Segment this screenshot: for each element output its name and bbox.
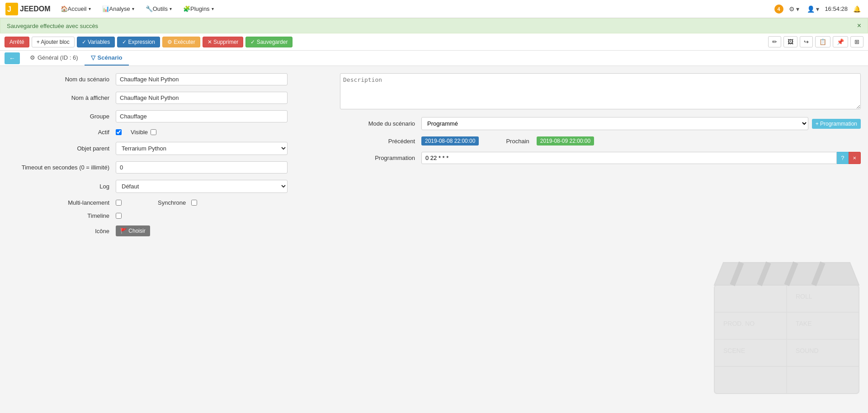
multilancement-label: Multi-lancement <box>7 199 116 206</box>
programmation-link-button[interactable]: + Programmation <box>812 119 861 129</box>
icone-label: Icône <box>7 228 116 235</box>
right-panel: Mode du scénario Programmé + Programmati… <box>340 73 861 243</box>
visible-checkbox-group: Visible <box>131 129 156 136</box>
analyse-icon: 📊 <box>102 5 109 12</box>
nav-outils-label: Outils <box>153 5 168 12</box>
home-icon: 🏠 <box>61 5 68 12</box>
image-icon-button[interactable]: 🖼 <box>783 36 797 47</box>
form-group-actif-visible: Actif Visible <box>7 129 333 136</box>
brand-logo[interactable]: J JEEDOM <box>5 3 51 15</box>
timeline-checkbox[interactable] <box>116 213 122 219</box>
form-group-timeline: Timeline <box>7 212 333 219</box>
nom-afficher-input[interactable] <box>116 92 288 104</box>
visible-checkbox[interactable] <box>151 129 156 135</box>
close-banner-button[interactable]: × <box>857 22 861 29</box>
nav-accueil-label: Accueil <box>68 5 87 12</box>
precedent-label: Précédent <box>340 138 421 145</box>
prev-next-values: 2019-08-08 22:00:00 Prochain 2019-08-09 … <box>421 136 861 145</box>
notification-badge[interactable]: 4 <box>774 5 783 14</box>
actif-visible-group: Visible <box>116 129 156 136</box>
tabs-row: ← ⚙ Général (ID : 6) ▽ Scénario <box>0 51 868 66</box>
navbar: J JEEDOM 🏠 Accueil ▾ 📊 Analyse ▾ 🔧 Outil… <box>0 0 868 18</box>
log-select[interactable]: Défaut <box>116 180 288 193</box>
nom-afficher-label: Nom à afficher <box>7 94 116 101</box>
edit-icon-button[interactable]: ✏ <box>768 36 781 47</box>
plugins-icon: 🧩 <box>183 5 190 12</box>
chevron-down-icon-4: ▾ <box>212 6 214 11</box>
description-textarea[interactable] <box>340 73 861 109</box>
tab-general[interactable]: ⚙ Général (ID : 6) <box>24 51 85 66</box>
visible-label: Visible <box>131 129 148 136</box>
outils-icon: 🔧 <box>146 5 153 12</box>
log-label: Log <box>7 183 116 190</box>
synchrone-checkbox[interactable] <box>191 200 197 206</box>
arrete-button[interactable]: Arrêté <box>5 37 29 47</box>
timeline-label: Timeline <box>7 212 116 219</box>
nom-scenario-input[interactable] <box>116 73 288 85</box>
nav-analyse-label: Analyse <box>109 5 130 12</box>
precedent-section: 2019-08-08 22:00:00 <box>421 136 479 145</box>
form-group-mode: Mode du scénario Programmé + Programmati… <box>340 117 861 130</box>
form-group-log: Log Défaut <box>7 180 333 193</box>
chevron-down-icon: ▾ <box>89 6 91 11</box>
success-banner: Sauvegarde effectuée avec succès × <box>0 18 868 33</box>
multilancement-checkbox-item <box>116 200 122 206</box>
nav-items: 🏠 Accueil ▾ 📊 Analyse ▾ 🔧 Outils ▾ 🧩 Plu… <box>55 0 220 18</box>
nav-item-accueil[interactable]: 🏠 Accueil ▾ <box>55 0 97 18</box>
mode-select[interactable]: Programmé <box>421 117 808 130</box>
form-group-nom-scenario: Nom du scénario <box>7 73 333 85</box>
settings-icon[interactable]: ⚙ ▾ <box>787 5 802 14</box>
programmation-clear-button[interactable]: × <box>849 152 861 164</box>
tab-scenario-label: Scénario <box>98 54 123 61</box>
programmation-help-button[interactable]: ? <box>837 152 849 164</box>
user-icon[interactable]: 👤 ▾ <box>805 5 821 14</box>
prev-next-row: Précédent 2019-08-08 22:00:00 Prochain 2… <box>340 136 861 145</box>
mode-value-group: Programmé + Programmation <box>421 117 861 130</box>
synchrone-item: Synchrone <box>158 199 197 206</box>
left-panel: Nom du scénario Nom à afficher Groupe Ac… <box>7 73 333 243</box>
tab-general-label: Général (ID : 6) <box>38 54 78 61</box>
nav-item-analyse[interactable]: 📊 Analyse ▾ <box>97 0 140 18</box>
alert-icon[interactable]: 🔔 <box>851 5 863 14</box>
programmation-input-row: ? × <box>421 152 861 164</box>
prochain-date-badge: 2019-08-09 22:00:00 <box>537 136 594 145</box>
back-button[interactable]: ← <box>5 52 20 64</box>
brand-name: JEEDOM <box>20 5 51 13</box>
tab-scenario[interactable]: ▽ Scénario <box>85 51 129 66</box>
chevron-down-icon-3: ▾ <box>170 6 172 11</box>
programmation-input[interactable] <box>421 152 837 164</box>
add-block-button[interactable]: + Ajouter bloc <box>32 37 75 47</box>
form-group-programmation: Programmation ? × <box>340 152 861 164</box>
objet-parent-select[interactable]: Terrarium Python <box>116 142 288 155</box>
nav-plugins-label: Plugins <box>190 5 210 12</box>
share-icon-button[interactable]: ↪ <box>800 36 813 47</box>
success-message: Sauvegarde effectuée avec succès <box>7 23 98 29</box>
form-group-nom-afficher: Nom à afficher <box>7 92 333 104</box>
nav-item-outils[interactable]: 🔧 Outils ▾ <box>140 0 178 18</box>
expression-button[interactable]: ✓ Expression <box>117 37 160 47</box>
filter-icon: ▽ <box>91 54 95 61</box>
icone-choisir-button[interactable]: 🚩 Choisir <box>116 225 150 236</box>
objet-parent-label: Objet parent <box>7 145 116 152</box>
copy-icon-button[interactable]: 📋 <box>815 36 830 47</box>
mode-label: Mode du scénario <box>340 120 421 127</box>
multilancement-synchrone-group: Synchrone <box>116 199 197 206</box>
nom-scenario-label: Nom du scénario <box>7 76 116 83</box>
groupe-label: Groupe <box>7 113 116 120</box>
synchrone-label: Synchrone <box>158 199 186 206</box>
misc-icon-button[interactable]: ⊞ <box>850 36 863 47</box>
variables-button[interactable]: ✓ Variables <box>77 37 115 47</box>
actif-checkbox[interactable] <box>116 129 122 135</box>
paste-icon-button[interactable]: 📌 <box>833 36 848 47</box>
multilancement-checkbox[interactable] <box>116 200 122 206</box>
sauvegarder-button[interactable]: ✓ Sauvegarder <box>245 37 292 47</box>
supprimer-button[interactable]: ✕ Supprimer <box>203 37 244 47</box>
groupe-input[interactable] <box>116 110 288 122</box>
navbar-right: 4 ⚙ ▾ 👤 ▾ 16:54:28 🔔 <box>774 5 863 14</box>
toolbar: Arrêté + Ajouter bloc ✓ Variables ✓ Expr… <box>0 33 868 51</box>
form-group-multilancement: Multi-lancement Synchrone <box>7 199 333 206</box>
executer-button[interactable]: ⚙ Exécuter <box>162 37 200 47</box>
nav-item-plugins[interactable]: 🧩 Plugins ▾ <box>178 0 220 18</box>
timeout-input[interactable] <box>116 161 288 174</box>
prochain-label: Prochain <box>506 138 529 145</box>
